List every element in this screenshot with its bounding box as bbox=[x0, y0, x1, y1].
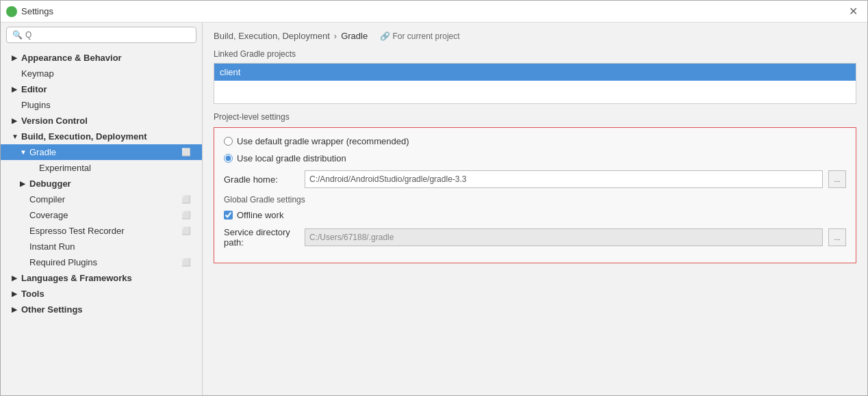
copy-icon: ⬜ bbox=[181, 211, 191, 220]
search-icon: 🔍 bbox=[12, 30, 23, 40]
sidebar: 🔍 ▶ Appearance & Behavior Keymap ▶ Edito… bbox=[1, 23, 203, 395]
breadcrumb: Build, Execution, Deployment › Gradle 🔗 … bbox=[214, 31, 856, 41]
sidebar-item-espresso[interactable]: Espresso Test Recorder ⬜ bbox=[1, 223, 202, 239]
for-project-label: 🔗 For current project bbox=[380, 31, 459, 41]
radio-row-default: Use default gradle wrapper (recommended) bbox=[224, 136, 846, 146]
arrow-icon: ▶ bbox=[12, 117, 18, 124]
sidebar-item-label: Instant Run bbox=[29, 241, 75, 252]
sidebar-item-debugger[interactable]: ▶ Debugger bbox=[1, 176, 202, 192]
service-dir-input[interactable] bbox=[305, 228, 823, 246]
project-settings-box: Use default gradle wrapper (recommended)… bbox=[214, 127, 856, 263]
sidebar-item-instant-run[interactable]: Instant Run bbox=[1, 239, 202, 254]
arrow-icon: ▶ bbox=[12, 274, 18, 282]
sidebar-item-plugins[interactable]: Plugins bbox=[1, 97, 202, 113]
sidebar-item-label: Keymap bbox=[21, 68, 54, 79]
titlebar: Settings ✕ bbox=[1, 1, 867, 23]
global-settings-label: Global Gradle settings bbox=[224, 195, 846, 204]
search-box[interactable]: 🔍 bbox=[6, 27, 196, 43]
arrow-icon: ▼ bbox=[20, 148, 27, 156]
sidebar-item-label: Tools bbox=[21, 289, 44, 299]
radio-local-label: Use local gradle distribution bbox=[237, 153, 346, 163]
sidebar-item-label: Coverage bbox=[29, 210, 68, 220]
sidebar-item-other-settings[interactable]: ▶ Other Settings bbox=[1, 302, 202, 317]
sidebar-item-label: Compiler bbox=[29, 194, 65, 204]
sidebar-item-label: Editor bbox=[21, 84, 47, 94]
sidebar-item-editor[interactable]: ▶ Editor bbox=[1, 81, 202, 97]
sidebar-item-label: Gradle bbox=[29, 147, 56, 157]
sidebar-item-keymap[interactable]: Keymap bbox=[1, 66, 202, 81]
arrow-icon: ▼ bbox=[12, 133, 18, 140]
service-dir-row: Service directory path: ... bbox=[224, 227, 846, 248]
sidebar-item-label: Espresso Test Recorder bbox=[29, 226, 125, 236]
arrow-icon: ▶ bbox=[12, 306, 18, 313]
copy-icon: ⬜ bbox=[181, 195, 191, 204]
sidebar-item-appearance[interactable]: ▶ Appearance & Behavior bbox=[1, 50, 202, 66]
offline-work-checkbox[interactable] bbox=[224, 211, 233, 220]
copy-icon: ⬜ bbox=[181, 148, 191, 157]
search-input[interactable] bbox=[25, 30, 190, 40]
main-content: 🔍 ▶ Appearance & Behavior Keymap ▶ Edito… bbox=[1, 23, 867, 395]
breadcrumb-parent: Build, Execution, Deployment bbox=[214, 31, 330, 41]
gradle-home-input[interactable] bbox=[305, 170, 823, 188]
right-panel: Build, Execution, Deployment › Gradle 🔗 … bbox=[203, 23, 867, 395]
sidebar-item-label: Debugger bbox=[29, 179, 71, 189]
sidebar-item-label: Version Control bbox=[21, 116, 88, 126]
sidebar-item-experimental[interactable]: Experimental bbox=[1, 160, 202, 176]
offline-work-label: Offline work bbox=[237, 210, 283, 220]
sidebar-item-label: Experimental bbox=[39, 163, 91, 173]
sidebar-item-label: Appearance & Behavior bbox=[21, 53, 122, 63]
copy-icon: ⬜ bbox=[181, 258, 191, 267]
nav-tree: ▶ Appearance & Behavior Keymap ▶ Editor … bbox=[1, 47, 202, 320]
radio-row-local: Use local gradle distribution bbox=[224, 153, 846, 163]
window-title: Settings bbox=[21, 6, 53, 16]
sidebar-item-compiler[interactable]: Compiler ⬜ bbox=[1, 192, 202, 207]
titlebar-left: Settings bbox=[6, 6, 53, 17]
linked-section-label: Linked Gradle projects bbox=[214, 49, 856, 59]
arrow-icon: ▶ bbox=[12, 290, 18, 298]
sidebar-item-label: Other Settings bbox=[21, 304, 83, 315]
sidebar-item-build-execution[interactable]: ▼ Build, Execution, Deployment bbox=[1, 129, 202, 144]
gradle-home-row: Gradle home: ... bbox=[224, 170, 846, 188]
copy-icon: ⬜ bbox=[181, 226, 191, 235]
breadcrumb-current: Gradle bbox=[341, 31, 368, 41]
service-dir-label: Service directory path: bbox=[224, 227, 299, 248]
sidebar-item-label: Required Plugins bbox=[29, 257, 97, 267]
sidebar-item-tools[interactable]: ▶ Tools bbox=[1, 286, 202, 302]
app-icon bbox=[6, 6, 17, 17]
gradle-home-browse-button[interactable]: ... bbox=[828, 170, 846, 188]
radio-default-label: Use default gradle wrapper (recommended) bbox=[237, 136, 409, 146]
sidebar-item-languages[interactable]: ▶ Languages & Frameworks bbox=[1, 270, 202, 286]
sidebar-item-label: Plugins bbox=[21, 100, 51, 110]
sidebar-item-label: Build, Execution, Deployment bbox=[21, 131, 146, 142]
linked-projects-box: client bbox=[214, 63, 856, 104]
sidebar-item-required-plugins[interactable]: Required Plugins ⬜ bbox=[1, 254, 202, 270]
gradle-home-label: Gradle home: bbox=[224, 174, 299, 185]
arrow-icon: ▶ bbox=[12, 54, 18, 62]
close-button[interactable]: ✕ bbox=[845, 3, 862, 19]
linked-project-item[interactable]: client bbox=[214, 64, 856, 81]
radio-default-wrapper[interactable] bbox=[224, 137, 233, 146]
sidebar-item-label: Languages & Frameworks bbox=[21, 273, 132, 283]
settings-window: Settings ✕ 🔍 ▶ Appearance & Behavior Key… bbox=[0, 0, 868, 396]
breadcrumb-separator: › bbox=[334, 31, 337, 41]
sidebar-item-gradle[interactable]: ▼ Gradle ⬜ bbox=[1, 144, 202, 160]
service-dir-browse-button[interactable]: ... bbox=[828, 228, 846, 246]
arrow-icon: ▶ bbox=[20, 180, 27, 187]
sidebar-item-coverage[interactable]: Coverage ⬜ bbox=[1, 207, 202, 223]
project-settings-label: Project-level settings bbox=[214, 112, 856, 122]
arrow-icon: ▶ bbox=[12, 85, 18, 93]
radio-local-distribution[interactable] bbox=[224, 154, 233, 163]
offline-work-row: Offline work bbox=[224, 210, 846, 220]
sidebar-item-version-control[interactable]: ▶ Version Control bbox=[1, 113, 202, 129]
